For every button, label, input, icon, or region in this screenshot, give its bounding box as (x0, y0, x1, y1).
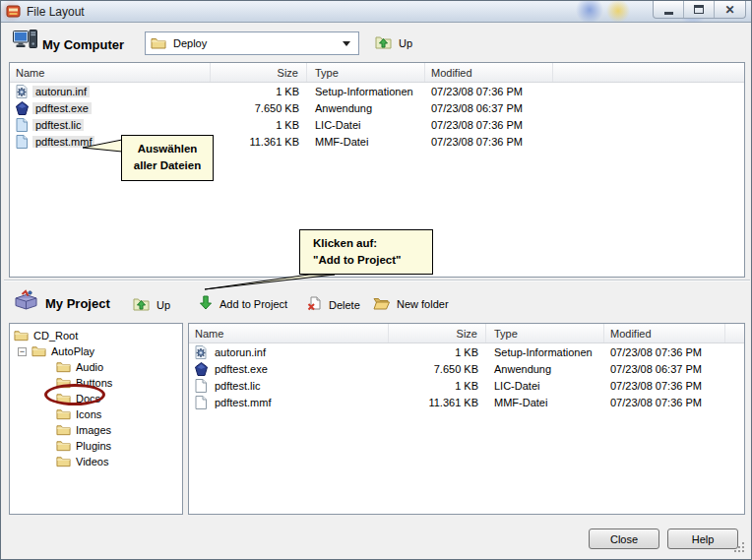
delete-button[interactable]: Delete (307, 296, 360, 313)
folder-icon (14, 329, 29, 343)
project-file-list: Name Size Type Modified autorun.inf 1 KB… (188, 323, 745, 515)
file-row-lic[interactable]: pdftest.lic 1 KB LIC-Datei 07/23/08 07:3… (10, 116, 744, 133)
column-header-size[interactable]: Size (211, 63, 307, 82)
computer-list-header: Name Size Type Modified (10, 63, 744, 83)
project-list-header: Name Size Type Modified (189, 324, 744, 343)
column-header-filler (725, 324, 744, 342)
tree-item-buttons[interactable]: Buttons (10, 375, 182, 391)
my-project-title: My Project (45, 296, 110, 311)
column-header-modified[interactable]: Modified (604, 324, 725, 342)
my-computer-title: My Computer (42, 37, 124, 52)
window-title: File Layout (27, 5, 85, 19)
click-callout: Klicken auf: "Add to Project" (299, 229, 433, 275)
my-project-icon (14, 289, 38, 312)
computer-up-button[interactable]: Up (375, 34, 412, 51)
my-computer-icon (13, 30, 37, 52)
project-tree: CD_Root − AutoPlay Audio Buttons Docs Ic… (9, 323, 183, 515)
folder-up-icon (133, 296, 150, 313)
document-file-icon (14, 118, 30, 132)
close-icon: ✕ (724, 4, 734, 16)
arrow-down-icon (199, 295, 213, 312)
column-header-modified[interactable]: Modified (425, 63, 553, 82)
new-folder-icon (373, 296, 390, 312)
tree-item-icons[interactable]: Icons (10, 406, 182, 422)
folder-icon (56, 392, 71, 406)
tree-item-images[interactable]: Images (10, 422, 182, 438)
column-header-type[interactable]: Type (307, 63, 425, 82)
tree-item-plugins[interactable]: Plugins (10, 438, 182, 454)
titlebar[interactable]: File Layout ✕ (1, 1, 751, 23)
window-controls: ✕ (653, 1, 746, 19)
file-layout-window: File Layout ✕ My Computer Deploy Up Name… (0, 0, 752, 560)
column-header-name[interactable]: Name (10, 63, 211, 82)
project-up-button[interactable]: Up (133, 296, 170, 313)
add-to-project-button[interactable]: Add to Project (199, 295, 287, 312)
tree-item-cdroot[interactable]: CD_Root (10, 328, 182, 343)
minimize-button[interactable] (654, 1, 684, 18)
folder-up-icon (375, 34, 392, 51)
document-file-icon (193, 379, 209, 393)
file-row-exe[interactable]: pdftest.exe 7.650 KB Anwendung 07/23/08 … (189, 360, 744, 377)
click-callout-tail (203, 272, 341, 291)
folder-icon (31, 344, 46, 359)
location-value: Deploy (173, 37, 343, 49)
pane-divider (4, 280, 750, 281)
location-dropdown[interactable]: Deploy (145, 31, 359, 55)
select-callout: Auswählen aller Dateien (121, 135, 214, 181)
file-row-autorun[interactable]: autorun.inf 1 KB Setup-Informationen 07/… (10, 83, 744, 99)
new-folder-label: New folder (397, 298, 449, 310)
add-to-project-label: Add to Project (219, 298, 287, 310)
column-header-name[interactable]: Name (189, 324, 389, 342)
folder-icon (56, 423, 71, 438)
document-file-icon (193, 396, 209, 409)
folder-icon (56, 439, 71, 454)
collapse-icon[interactable]: − (18, 347, 27, 356)
tree-item-autoplay[interactable]: − AutoPlay (10, 343, 182, 359)
file-row-autorun[interactable]: autorun.inf 1 KB Setup-Informationen 07/… (189, 343, 744, 360)
delete-label: Delete (329, 299, 360, 311)
minimize-icon (664, 12, 673, 15)
tree-item-videos[interactable]: Videos (10, 454, 182, 469)
setup-file-icon (193, 345, 209, 359)
column-header-filler (553, 63, 744, 82)
tree-item-audio[interactable]: Audio (10, 359, 182, 375)
help-button[interactable]: Help (667, 529, 738, 549)
delete-icon (307, 296, 322, 313)
chevron-down-icon (343, 41, 350, 46)
folder-icon (56, 376, 71, 391)
tree-item-docs[interactable]: Docs (10, 391, 182, 406)
resize-grip[interactable] (734, 542, 746, 554)
application-file-icon (14, 101, 30, 115)
maximize-button[interactable] (684, 1, 715, 18)
computer-up-label: Up (399, 37, 412, 49)
column-header-size[interactable]: Size (389, 324, 486, 342)
close-dialog-button[interactable]: Close (589, 529, 659, 549)
file-row-mmf[interactable]: pdftest.mmf 11.361 KB MMF-Datei 07/23/08… (189, 394, 744, 410)
file-row-exe[interactable]: pdftest.exe 7.650 KB Anwendung 07/23/08 … (10, 99, 744, 116)
select-callout-tail (82, 138, 123, 157)
file-row-lic[interactable]: pdftest.lic 1 KB LIC-Datei 07/23/08 07:3… (189, 377, 744, 394)
project-up-label: Up (157, 299, 170, 311)
maximize-icon (694, 5, 704, 14)
application-file-icon (193, 362, 209, 376)
folder-icon (56, 407, 71, 422)
column-header-type[interactable]: Type (486, 324, 604, 342)
close-button[interactable]: ✕ (715, 1, 745, 18)
app-icon (6, 4, 22, 21)
folder-icon (151, 36, 166, 51)
folder-icon (56, 360, 71, 375)
setup-file-icon (14, 85, 30, 98)
folder-icon (56, 455, 71, 469)
document-file-icon (14, 135, 30, 149)
new-folder-button[interactable]: New folder (373, 296, 449, 312)
